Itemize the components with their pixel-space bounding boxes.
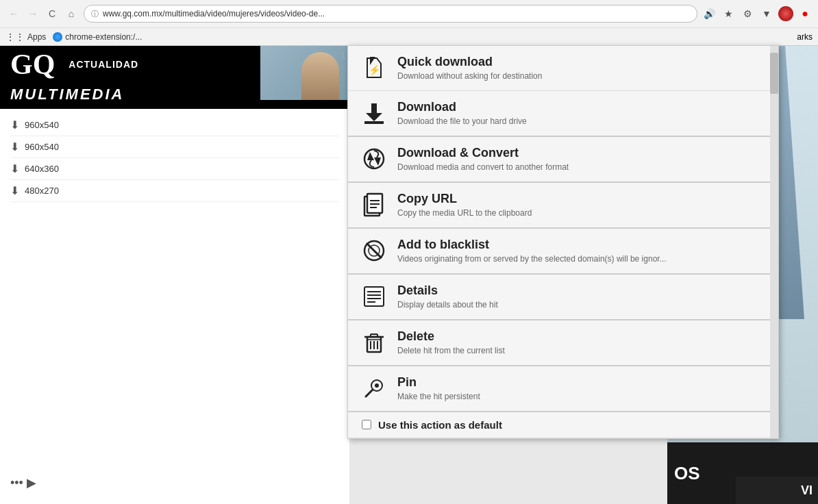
download-convert-subtitle: Download media and convert to another fo… (397, 162, 765, 173)
download-title: Download (397, 99, 765, 115)
context-menu: ⚡ Quick download Download without asking… (347, 45, 779, 439)
list-item[interactable]: ⬇ 480x270 (10, 180, 339, 202)
default-action-label: Use this action as default (378, 419, 502, 431)
browser-toolbar: ← → C ⌂ ⓘ www.gq.com.mx/multimedia/video… (0, 0, 818, 27)
download-convert-text: Download & Convert Download media and co… (397, 145, 765, 173)
svg-marker-4 (366, 113, 382, 121)
more-button[interactable]: ••• ▶ (10, 475, 36, 490)
menu-icon[interactable]: ● (797, 6, 813, 21)
video-list: ⬇ 960x540 ⬇ 960x540 ⬇ 640x360 ⬇ 480x270 (0, 109, 349, 207)
copy-url-item[interactable]: Copy URL Copy the media URL to the clipb… (348, 183, 778, 229)
copy-url-subtitle: Copy the media URL to the clipboard (397, 208, 765, 219)
scrollbar-thumb[interactable] (770, 53, 778, 94)
delete-icon (362, 330, 386, 355)
download-item[interactable]: Download Download the file to your hard … (348, 91, 778, 137)
quick-download-title: Quick download (397, 54, 765, 70)
svg-text:⚡: ⚡ (369, 64, 381, 76)
details-subtitle: Display details about the hit (397, 300, 765, 311)
bookmark-extension[interactable]: chrome-extension:/... (53, 32, 142, 42)
svg-point-6 (364, 149, 384, 168)
svg-rect-5 (364, 121, 384, 124)
download-icon: ⬇ (10, 140, 19, 153)
details-icon (362, 284, 386, 309)
secure-icon: ⓘ (91, 9, 99, 19)
thumbnail-preview: L (260, 45, 349, 100)
pin-icon (362, 376, 386, 401)
address-bar[interactable]: ⓘ www.gq.com.mx/multimedia/video/mujeres… (84, 5, 697, 23)
url-text: www.gq.com.mx/multimedia/video/mujeres/v… (103, 9, 325, 18)
audio-icon[interactable]: 🔊 (702, 6, 717, 21)
video-resolution-label: 640x360 (25, 164, 59, 174)
quick-download-icon: ⚡ (362, 55, 386, 80)
extension-label: chrome-extension:/... (65, 32, 142, 42)
download-icon: ⬇ (10, 118, 19, 131)
bookmarks-end-label: arks (797, 32, 813, 42)
svg-line-30 (366, 390, 373, 396)
pin-subtitle: Make the hit persistent (397, 392, 765, 403)
avatar-icon[interactable] (778, 6, 793, 21)
details-title: Details (397, 283, 765, 299)
download-subtitle: Download the file to your hard drive (397, 116, 765, 127)
more-label: ••• ▶ (10, 475, 36, 490)
download-convert-item[interactable]: Download & Convert Download media and co… (348, 137, 778, 183)
download-convert-icon (362, 147, 386, 171)
download-icon: ⬇ (10, 162, 19, 175)
svg-rect-3 (371, 103, 377, 114)
svg-marker-8 (374, 158, 381, 166)
forward-button[interactable]: → (25, 5, 41, 22)
bookmark-apps[interactable]: ⋮⋮ Apps (5, 32, 46, 42)
copy-url-title: Copy URL (397, 191, 765, 207)
copy-url-text: Copy URL Copy the media URL to the clipb… (397, 191, 765, 219)
scrollbar[interactable] (770, 46, 778, 438)
download-text: Download Download the file to your hard … (397, 99, 765, 127)
quick-download-text: Quick download Download without asking f… (397, 54, 765, 82)
delete-title: Delete (397, 329, 765, 344)
delete-item[interactable]: Delete Delete hit from the current list (348, 320, 778, 366)
pin-text: Pin Make the hit persistent (397, 375, 765, 403)
video-resolution-label: 960x540 (25, 120, 59, 130)
website-content: L GQ ACTUALIDAD MULTIMEDIA ⬇ 960x540 ⬇ 9… (0, 45, 349, 504)
gq-nav: ACTUALIDAD (69, 59, 138, 70)
svg-rect-17 (364, 287, 384, 306)
blacklist-text: Add to blacklist Videos originating from… (397, 237, 765, 265)
blacklist-item[interactable]: Add to blacklist Videos originating from… (348, 229, 778, 275)
copy-url-icon (362, 192, 386, 217)
video-resolution-label: 480x270 (25, 186, 59, 196)
quick-download-subtitle: Download without asking for destination (397, 71, 765, 82)
delete-text: Delete Delete hit from the current list (397, 329, 765, 357)
quick-download-item[interactable]: ⚡ Quick download Download without asking… (348, 46, 778, 91)
blacklist-subtitle: Videos originating from or served by the… (397, 254, 765, 265)
details-item[interactable]: Details Display details about the hit (348, 275, 778, 320)
svg-point-31 (375, 383, 379, 388)
download-icon (362, 101, 386, 125)
filter-icon[interactable]: ▼ (759, 6, 774, 21)
gq-logo: GQ (10, 50, 55, 79)
svg-marker-7 (367, 152, 374, 160)
toolbar-icons: 🔊 ★ ⚙ ▼ ● (702, 6, 813, 21)
video-resolution-label: 960x540 (25, 142, 59, 152)
list-item[interactable]: ⬇ 960x540 (10, 136, 339, 158)
download-icon: ⬇ (10, 184, 19, 197)
nav-buttons: ← → C ⌂ (5, 5, 79, 22)
extension-icon[interactable]: ⚙ (740, 6, 755, 21)
default-action-checkbox[interactable] (362, 420, 371, 429)
reload-button[interactable]: C (44, 5, 60, 22)
pin-title: Pin (397, 375, 765, 390)
back-button[interactable]: ← (5, 5, 22, 22)
svg-rect-24 (371, 334, 377, 337)
default-action-row[interactable]: Use this action as default (348, 412, 778, 438)
bookmark-star-icon[interactable]: ★ (721, 6, 736, 21)
delete-subtitle: Delete hit from the current list (397, 346, 765, 357)
details-text: Details Display details about the hit (397, 283, 765, 311)
home-button[interactable]: ⌂ (63, 5, 79, 22)
apps-label: Apps (27, 32, 46, 42)
list-item[interactable]: ⬇ 960x540 (10, 114, 339, 136)
browser-chrome: ← → C ⌂ ⓘ www.gq.com.mx/multimedia/video… (0, 0, 818, 46)
blacklist-title: Add to blacklist (397, 237, 765, 253)
download-convert-title: Download & Convert (397, 145, 765, 161)
pin-item[interactable]: Pin Make the hit persistent (348, 366, 778, 412)
list-item[interactable]: ⬇ 640x360 (10, 158, 339, 180)
blacklist-icon (362, 238, 386, 263)
bookmarks-bar: ⋮⋮ Apps chrome-extension:/... arks (0, 27, 818, 45)
